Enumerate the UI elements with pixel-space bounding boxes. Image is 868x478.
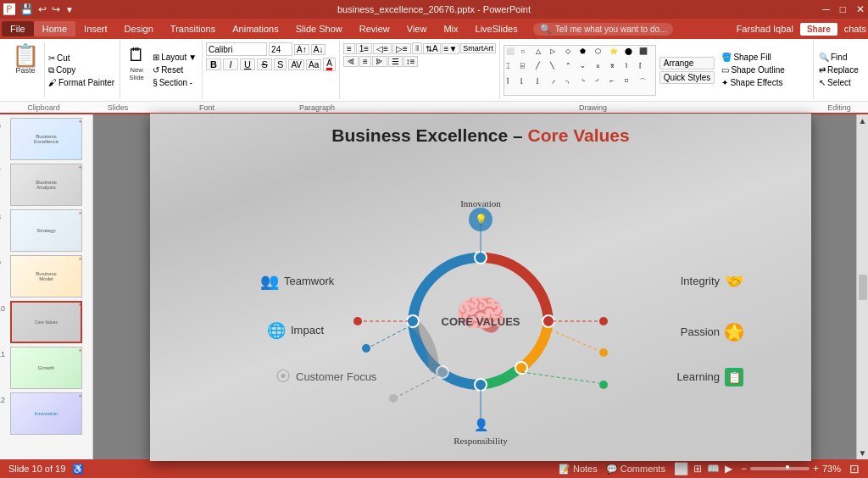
format-painter-button[interactable]: 🖌Format Painter [47, 77, 116, 88]
chats-button[interactable]: chats [844, 24, 866, 34]
layout-button[interactable]: ⊞Layout▼ [151, 52, 198, 63]
slide-thumb[interactable]: 7 BusinessAnalysis * [10, 164, 82, 206]
normal-view-btn[interactable]: ⬜ [674, 462, 688, 475]
zoom-level[interactable]: 73% [822, 464, 841, 474]
menu-slideshow[interactable]: Slide Show [287, 21, 351, 36]
shadow-btn[interactable]: S [274, 58, 287, 70]
bold-btn[interactable]: B [206, 58, 221, 70]
reset-button[interactable]: ↺Reset [151, 64, 198, 75]
vertical-scrollbar[interactable]: ▲ ▼ [856, 114, 868, 459]
align-text-btn[interactable]: ≡▼ [442, 43, 460, 54]
menu-insert[interactable]: Insert [75, 21, 116, 36]
slide-thumb[interactable]: 8 Strategy * [10, 209, 82, 252]
arrange-button[interactable]: Arrange [659, 57, 715, 69]
slide-sorter-btn[interactable]: ⊞ [693, 463, 702, 475]
font-inc-btn[interactable]: A↑ [294, 44, 309, 55]
fit-window-btn[interactable]: ⊡ [849, 462, 860, 475]
menu-transitions[interactable]: Transitions [162, 21, 224, 36]
minimize-btn[interactable]: ─ [822, 3, 830, 15]
close-btn[interactable]: ✕ [856, 3, 865, 15]
shape-gallery[interactable]: ⬜○△▷◇⬟⬡⭐⬤⬛ ⌶⌸╱╲⌃⌄⌅⌆⌇⌈ ⌉⌊⌋⌌⌍⌎⌏⌐⌑⌒ [504, 45, 656, 96]
svg-point-3 [542, 315, 554, 327]
slide-thumb[interactable]: 9 BusinessModel * [10, 255, 82, 297]
font-dec-btn[interactable]: A↓ [311, 44, 326, 55]
slides-group-label: Slides [84, 103, 152, 112]
shape-outline-button[interactable]: ▭Shape Outline [718, 64, 787, 75]
slide-thumb[interactable]: 6 BusinessExcellence * [10, 118, 82, 160]
find-button[interactable]: 🔍Find [817, 52, 861, 63]
numbering-btn[interactable]: 1≡ [356, 43, 372, 54]
menu-review[interactable]: Review [351, 21, 398, 36]
undo-btn[interactable]: ↩ [38, 3, 47, 15]
new-slide-button[interactable]: 🗒 New Slide [124, 42, 149, 97]
scroll-up-btn[interactable]: ▲ [859, 116, 867, 125]
reading-view-btn[interactable]: 📖 [707, 463, 720, 475]
svg-text:Responsibility: Responsibility [453, 436, 508, 446]
redo-btn[interactable]: ↪ [52, 3, 60, 15]
scroll-down-btn[interactable]: ▼ [859, 448, 867, 458]
zoom-slider[interactable] [750, 467, 810, 470]
bullets-btn[interactable]: ≡ [343, 43, 355, 54]
learning-label: Learning 📋 [676, 368, 743, 386]
tell-me-box[interactable]: 🔍 Tell me what you want to do... [533, 23, 674, 36]
maximize-btn[interactable]: □ [840, 3, 846, 15]
decrease-indent-btn[interactable]: ◁≡ [373, 43, 392, 54]
justify-btn[interactable]: ☰ [388, 56, 403, 67]
underline-btn[interactable]: U [240, 58, 255, 70]
menu-animations[interactable]: Animations [224, 21, 287, 36]
scroll-thumb[interactable] [859, 275, 867, 300]
svg-point-5 [475, 379, 487, 391]
menu-liveslides[interactable]: LiveSlides [467, 21, 526, 36]
user-area: Farshad Iqbal Share chats [737, 23, 866, 36]
shape-fill-button[interactable]: 🪣Shape Fill [718, 52, 787, 63]
shape-effects-button[interactable]: ✦Shape Effects [718, 77, 787, 88]
text-direction-btn[interactable]: ⇅A [423, 43, 441, 54]
align-right-btn[interactable]: ⫸ [372, 56, 387, 67]
line-spacing-btn[interactable]: ↕≡ [403, 56, 418, 67]
svg-point-7 [437, 366, 448, 378]
zoom-out-icon[interactable]: − [741, 463, 747, 475]
slide-canvas: Business Excellence – Core Values 🧠 [150, 114, 811, 461]
notes-button[interactable]: 📝Notes [559, 464, 598, 475]
user-name: Farshad Iqbal [737, 24, 793, 34]
case-btn[interactable]: Aa [306, 59, 321, 70]
zoom-in-icon[interactable]: + [813, 463, 819, 475]
slide-thumb[interactable]: 12 Innovation * [10, 392, 82, 435]
slideshow-btn[interactable]: ▶ [725, 463, 732, 475]
menu-file[interactable]: File [2, 21, 34, 36]
replace-button[interactable]: ⇄Replace [817, 64, 861, 75]
align-center-btn[interactable]: ≡ [359, 56, 371, 67]
qa-customize[interactable]: ▼ [65, 5, 74, 14]
align-left-btn[interactable]: ⫷ [343, 56, 359, 67]
section-button[interactable]: §Section - [151, 77, 198, 88]
font-color-btn[interactable]: A [323, 58, 336, 71]
columns-btn[interactable]: ⫴ [412, 42, 422, 54]
accessibility-icon: ♿ [72, 464, 84, 475]
paste-button[interactable]: 📋 Paste [7, 42, 45, 97]
select-button[interactable]: ↖Select [817, 77, 861, 88]
menu-home[interactable]: Home [34, 21, 75, 36]
slide-thumb[interactable]: 11 Growth * [10, 347, 82, 389]
smartart-btn[interactable]: SmartArt [460, 43, 496, 53]
clipboard-group-label: Clipboard [3, 103, 84, 112]
cut-button[interactable]: ✂Cut [47, 53, 116, 64]
font-size-input[interactable] [269, 42, 292, 56]
copy-button[interactable]: ⧉Copy [47, 64, 116, 76]
integrity-label: Integrity 🤝 [681, 272, 743, 291]
share-button[interactable]: Share [800, 23, 837, 36]
zoom-control[interactable]: − + 73% [741, 463, 841, 475]
menu-design[interactable]: Design [116, 21, 162, 36]
increase-indent-btn[interactable]: ▷≡ [392, 43, 411, 54]
quick-styles-button[interactable]: Quick Styles [659, 71, 715, 84]
paragraph-group-label: Paragraph [262, 103, 372, 112]
comments-button[interactable]: 💬Comments [606, 464, 665, 475]
menu-mix[interactable]: Mix [435, 21, 466, 36]
charspacing-btn[interactable]: AV [288, 59, 304, 70]
italic-btn[interactable]: I [223, 58, 238, 70]
menu-view[interactable]: View [398, 21, 436, 36]
save-btn[interactable]: 💾 [20, 3, 33, 15]
svg-text:👤: 👤 [474, 418, 489, 432]
strikethrough-btn[interactable]: S [257, 58, 272, 70]
font-name-input[interactable] [206, 42, 267, 56]
slide-thumb-active[interactable]: 10 Core Values * [10, 301, 82, 343]
